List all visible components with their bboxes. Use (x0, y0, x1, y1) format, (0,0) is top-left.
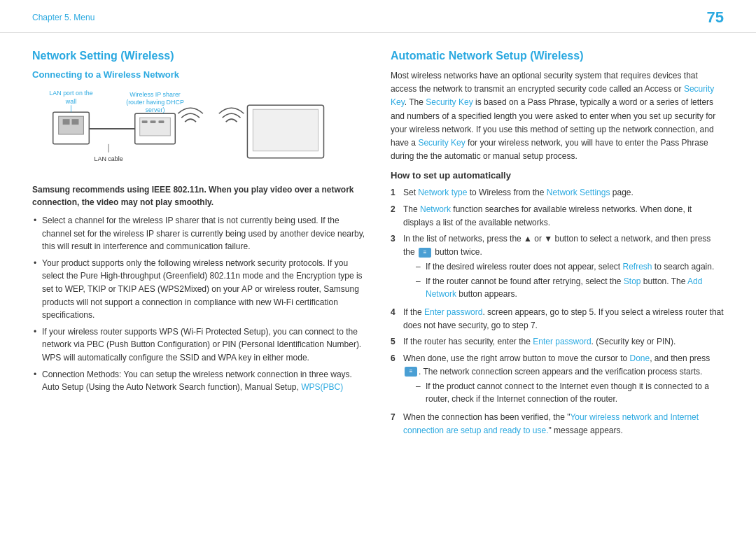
step-num: 2 (391, 203, 399, 229)
top-bar: Chapter 5. Menu 75 (0, 0, 756, 33)
section-title-left: Network Setting (Wireless) (32, 50, 365, 62)
how-to-title: How to set up automatically (391, 170, 724, 181)
enter-password-link-2[interactable]: Enter password (533, 337, 591, 346)
security-key-link-2[interactable]: Security Key (426, 97, 472, 107)
svg-rect-20 (253, 109, 318, 151)
network-diagram-svg: LAN port on the wall Wireless IP sharer … (32, 85, 365, 176)
network-diagram-area: LAN port on the wall Wireless IP sharer … (32, 85, 365, 176)
step-num: 6 (391, 352, 399, 407)
sub-bullet-item: If the product cannot connect to the Int… (416, 380, 724, 405)
svg-rect-3 (72, 119, 79, 125)
step-text: When done, use the right arrow button to… (403, 352, 724, 407)
list-item: Select a channel for the wireless IP sha… (32, 214, 365, 253)
add-network-link[interactable]: Add Network (426, 276, 702, 299)
svg-text:wall: wall (65, 98, 76, 105)
intro-paragraph: Most wireless networks have an optional … (391, 69, 724, 163)
connection-verified-link[interactable]: Your wireless network and Internet conne… (403, 412, 699, 435)
bold-note: Samsung recommends using IEEE 802.11n. W… (32, 183, 365, 209)
security-key-link-3[interactable]: Security Key (418, 138, 465, 148)
page-number: 75 (707, 8, 724, 27)
step-num: 1 (391, 186, 399, 199)
list-item: Your product supports only the following… (32, 257, 365, 322)
remote-button-icon-2 (405, 367, 417, 377)
step-3: 3 In the list of networks, press the ▲ o… (391, 232, 724, 302)
step-text: Set Network type to Wireless from the Ne… (403, 186, 634, 199)
step-num: 5 (391, 335, 399, 349)
step-num: 4 (391, 306, 399, 332)
network-type-link[interactable]: Network type (418, 188, 467, 197)
step-text: In the list of networks, press the ▲ or … (403, 232, 724, 302)
wps-link[interactable]: WPS(PBC) (301, 382, 343, 392)
list-item: Connection Methods: You can setup the wi… (32, 368, 365, 394)
network-settings-link[interactable]: Network Settings (547, 188, 610, 197)
subsection-title: Connecting to a Wireless Network (32, 69, 365, 80)
list-item: If your wireless router supports WPS (Wi… (32, 325, 365, 365)
step-4: 4 If the Enter password. screen appears,… (391, 306, 724, 332)
svg-text:Wireless IP sharer: Wireless IP sharer (130, 91, 181, 98)
sub-bullet-item: If the desired wireless router does not … (416, 260, 724, 273)
svg-rect-9 (140, 118, 171, 136)
svg-text:server): server) (146, 106, 165, 113)
step-text: When the connection has been verified, t… (403, 411, 724, 437)
refresh-link[interactable]: Refresh (623, 262, 652, 272)
step-7: 7 When the connection has been verified,… (391, 411, 724, 437)
done-link[interactable]: Done (630, 353, 650, 363)
step-text: If the router has security, enter the En… (403, 335, 676, 349)
sub-bullet-item: If the router cannot be found after retr… (416, 275, 724, 300)
sub-bullet-list-2: If the product cannot connect to the Int… (403, 380, 724, 405)
chapter-label: Chapter 5. Menu (32, 13, 94, 22)
steps-list: 1 Set Network type to Wireless from the … (391, 186, 724, 437)
step-num: 7 (391, 411, 399, 437)
step-2: 2 The Network function searches for avai… (391, 203, 724, 229)
svg-text:LAN cable: LAN cable (94, 155, 123, 162)
svg-text:(router having DHCP: (router having DHCP (126, 99, 184, 106)
step-text: The Network function searches for availa… (403, 203, 724, 229)
remote-button-icon (419, 248, 431, 258)
main-content: Network Setting (Wireless) Connecting to… (0, 33, 756, 534)
right-column: Automatic Network Setup (Wireless) Most … (391, 50, 724, 521)
left-column: Network Setting (Wireless) Connecting to… (32, 50, 365, 521)
svg-rect-2 (63, 119, 70, 125)
svg-rect-11 (150, 120, 156, 123)
sub-bullet-list: If the desired wireless router does not … (403, 260, 724, 300)
step-num: 3 (391, 232, 399, 302)
network-link[interactable]: Network (420, 204, 451, 214)
step-5: 5 If the router has security, enter the … (391, 335, 724, 349)
step-text: If the Enter password. screen appears, g… (403, 306, 724, 332)
page-container: Chapter 5. Menu 75 Network Setting (Wire… (0, 0, 756, 534)
svg-rect-1 (59, 116, 84, 134)
step-6: 6 When done, use the right arrow button … (391, 352, 724, 407)
step-1: 1 Set Network type to Wireless from the … (391, 186, 724, 199)
svg-rect-12 (158, 120, 164, 123)
bullet-list: Select a channel for the wireless IP sha… (32, 214, 365, 394)
enter-password-link-1[interactable]: Enter password (424, 307, 482, 317)
svg-rect-10 (142, 120, 148, 123)
stop-link[interactable]: Stop (624, 276, 641, 286)
section-title-right: Automatic Network Setup (Wireless) (391, 50, 724, 62)
svg-text:LAN port on the: LAN port on the (49, 90, 92, 97)
